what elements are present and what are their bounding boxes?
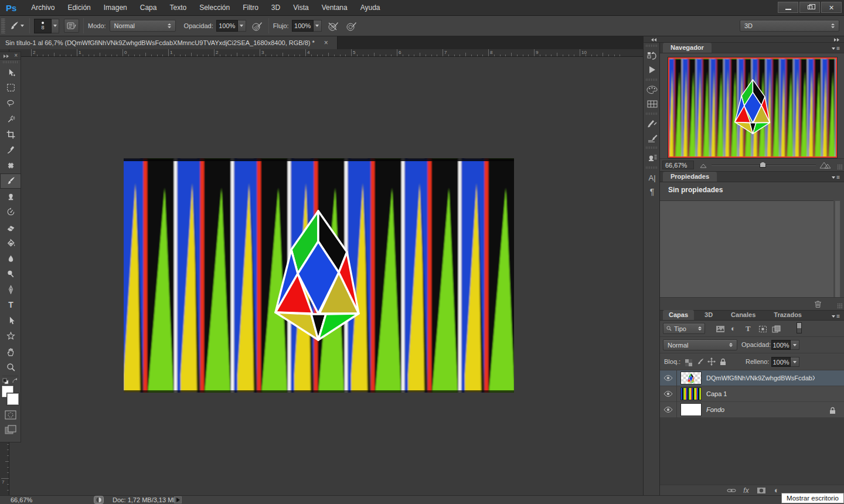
strip-grip[interactable] xyxy=(646,79,658,81)
eraser-tool[interactable] xyxy=(0,220,21,236)
tools-panel-header[interactable]: × xyxy=(0,52,21,60)
brush-panel-button[interactable] xyxy=(644,117,661,131)
layer-row-capa1[interactable]: Capa 1 xyxy=(660,386,844,402)
panel-menu-icon[interactable]: ≡ xyxy=(832,313,840,319)
filter-pixel-layers-icon[interactable] xyxy=(716,325,725,335)
navigator-zoom-slider[interactable] xyxy=(712,165,816,166)
panel-menu-icon[interactable]: ≡ xyxy=(832,174,840,181)
menu-item-seleccion[interactable]: Selección xyxy=(193,0,236,16)
tab-trazados[interactable]: Trazados xyxy=(766,310,809,320)
tab-canales[interactable]: Canales xyxy=(723,310,763,320)
spot-healing-brush-tool[interactable] xyxy=(0,158,21,173)
tablet-pressure-opacity-button[interactable] xyxy=(250,19,264,32)
tablet-pressure-size-button[interactable] xyxy=(345,19,359,32)
blur-tool[interactable] xyxy=(0,251,21,267)
menu-item-capa[interactable]: Capa xyxy=(134,0,164,16)
resize-grip[interactable] xyxy=(837,164,843,170)
layer-row-fondo[interactable]: Fondo xyxy=(660,402,844,418)
menu-item-filtro[interactable]: Filtro xyxy=(236,0,265,16)
layer-visibility-toggle[interactable] xyxy=(660,386,677,402)
strip-grip[interactable] xyxy=(646,147,658,149)
menu-item-ventana[interactable]: Ventana xyxy=(315,0,354,16)
tab-navegador[interactable]: Navegador xyxy=(663,43,712,53)
paint-bucket-tool[interactable] xyxy=(0,236,21,251)
menu-item-3d[interactable]: 3D xyxy=(265,0,287,16)
expand-tools-icon[interactable] xyxy=(4,55,9,58)
lock-all-icon[interactable] xyxy=(720,357,726,368)
properties-scrollbar[interactable] xyxy=(835,200,840,298)
quick-mask-button[interactable] xyxy=(0,408,21,422)
status-zoom-field[interactable]: 66,67% xyxy=(11,496,32,503)
custom-shape-tool[interactable] xyxy=(0,329,21,345)
brush-presets-panel-button[interactable] xyxy=(644,131,661,145)
mode-select[interactable]: Normal xyxy=(110,20,176,32)
character-panel-button[interactable]: A| xyxy=(644,171,661,185)
horizontal-ruler[interactable]: 21012345678910 xyxy=(9,49,643,57)
slider-handle[interactable] xyxy=(760,162,766,168)
layer-visibility-toggle[interactable] xyxy=(660,370,677,386)
menu-item-archivo[interactable]: Archivo xyxy=(25,0,61,16)
canvas-pasteboard[interactable] xyxy=(9,57,643,495)
lock-position-icon[interactable] xyxy=(707,357,716,368)
menu-item-vista[interactable]: Vista xyxy=(287,0,315,16)
canvas-image[interactable] xyxy=(124,158,514,393)
filter-adjustment-layers-icon[interactable]: ◐ xyxy=(731,324,736,333)
default-colors-icon[interactable] xyxy=(2,378,9,384)
screen-mode-button[interactable] xyxy=(0,422,21,437)
navigator-thumbnail[interactable] xyxy=(668,57,837,158)
clone-source-panel-button[interactable] xyxy=(644,151,661,165)
filter-smart-objects-icon[interactable] xyxy=(772,325,781,335)
tab-capas[interactable]: Capas xyxy=(663,310,694,320)
delete-icon[interactable] xyxy=(814,300,822,311)
fill-arrow[interactable] xyxy=(791,357,799,367)
panel-menu-icon[interactable]: ≡ xyxy=(832,45,840,52)
close-tab-icon[interactable]: × xyxy=(319,39,333,47)
move-tool[interactable] xyxy=(0,64,21,80)
zoom-tool[interactable] xyxy=(0,360,21,376)
color-panel-button[interactable] xyxy=(644,83,661,97)
filter-type-select[interactable]: Tipo xyxy=(663,323,705,334)
tools-grip[interactable] xyxy=(3,61,18,63)
close-button[interactable]: × xyxy=(821,2,842,13)
lock-pixels-icon[interactable] xyxy=(696,357,705,368)
menu-item-ayuda[interactable]: Ayuda xyxy=(354,0,387,16)
tab-3d[interactable]: 3D xyxy=(697,310,720,320)
type-tool[interactable]: T xyxy=(0,298,21,314)
options-grip[interactable] xyxy=(1,18,5,33)
menu-item-texto[interactable]: Texto xyxy=(163,0,193,16)
brush-picker-arrow[interactable] xyxy=(52,19,59,33)
resize-grip[interactable] xyxy=(837,303,843,309)
layer-thumbnail[interactable] xyxy=(680,387,702,400)
airbrush-button[interactable] xyxy=(326,19,340,32)
actions-panel-button[interactable] xyxy=(644,63,661,77)
lasso-tool[interactable] xyxy=(0,96,21,111)
workspace-select[interactable]: 3D xyxy=(740,20,839,32)
pen-tool[interactable] xyxy=(0,282,21,298)
paragraph-panel-button[interactable]: ¶ xyxy=(644,185,661,199)
history-brush-tool[interactable] xyxy=(0,205,21,220)
menu-item-imagen[interactable]: Imagen xyxy=(97,0,134,16)
flow-value[interactable]: 100% xyxy=(292,20,314,32)
restore-button[interactable] xyxy=(799,2,820,13)
layer-style-fx-icon[interactable]: fx xyxy=(738,486,754,495)
document-tab[interactable]: Sin título-1 al 66,7% (DQmWfGfiNhVNk9Zwh… xyxy=(0,36,338,49)
fill-value[interactable]: 100% xyxy=(771,357,791,367)
eyedropper-tool[interactable] xyxy=(0,142,21,158)
blend-mode-select[interactable]: Normal xyxy=(663,339,737,350)
layer-thumbnail[interactable] xyxy=(680,372,702,384)
doc-profile-icon[interactable] xyxy=(94,496,104,504)
expand-panels-icon[interactable] xyxy=(834,38,839,42)
layers-empty-area[interactable] xyxy=(660,418,844,485)
flow-arrow[interactable] xyxy=(314,20,322,32)
lock-transparency-icon[interactable] xyxy=(685,358,692,369)
layer-row-dqm[interactable]: DQmWfGfiNhVNk9ZwhgdBWsFcdabXMmnc... xyxy=(660,370,844,386)
clone-stamp-tool[interactable] xyxy=(0,189,21,205)
status-options-button[interactable] xyxy=(174,496,182,503)
zoom-in-icon[interactable] xyxy=(819,161,831,169)
opacity-arrow[interactable] xyxy=(238,20,246,32)
zoom-out-icon[interactable] xyxy=(700,163,707,168)
toggle-brush-panel-button[interactable] xyxy=(64,19,79,33)
crop-tool[interactable] xyxy=(0,127,21,142)
path-selection-tool[interactable] xyxy=(0,313,21,329)
brush-tool[interactable] xyxy=(0,173,21,189)
